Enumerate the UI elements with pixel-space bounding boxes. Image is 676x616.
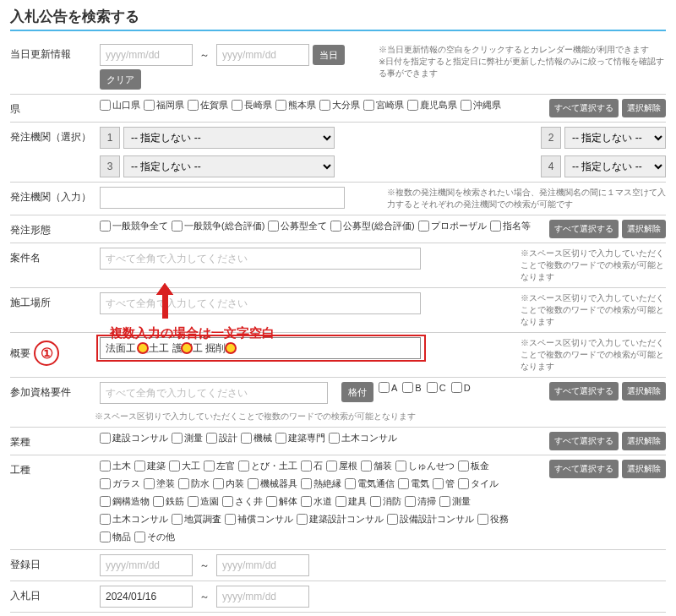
work-checkbox[interactable]: 清掃 — [405, 495, 436, 508]
form-checkbox[interactable]: 一般競争全て — [100, 220, 168, 232]
pref-checkbox-checkbox[interactable] — [100, 100, 111, 111]
grade-checkbox[interactable]: B — [402, 382, 421, 393]
work-checkbox-checkbox[interactable] — [178, 478, 189, 489]
work-checkbox[interactable]: 鉄筋 — [153, 495, 184, 508]
pref-checkbox[interactable]: 福岡県 — [144, 99, 184, 112]
work-checkbox[interactable]: 管 — [433, 477, 455, 490]
work-checkbox[interactable]: 防水 — [178, 477, 210, 490]
work-checkbox-checkbox[interactable] — [100, 514, 111, 525]
update-to-input[interactable] — [216, 44, 309, 66]
work-checkbox-checkbox[interactable] — [301, 478, 312, 489]
work-checkbox[interactable]: 機械器具 — [248, 477, 297, 490]
work-checkbox[interactable]: ガラス — [100, 477, 140, 490]
work-checkbox-checkbox[interactable] — [370, 496, 381, 507]
work-checkbox[interactable]: 地質調査 — [172, 513, 221, 526]
industry-checkbox[interactable]: 土木コンサル — [329, 432, 397, 444]
work-checkbox-checkbox[interactable] — [134, 532, 145, 542]
work-checkbox[interactable]: 電気 — [398, 477, 429, 490]
work-checkbox[interactable]: 屋根 — [326, 460, 357, 472]
grade-checkbox[interactable]: C — [427, 382, 446, 393]
form-deselect-button[interactable]: 選択解除 — [622, 220, 666, 238]
work-checkbox-checkbox[interactable] — [188, 496, 199, 507]
today-button[interactable]: 当日 — [313, 45, 345, 65]
name-input[interactable] — [100, 248, 421, 270]
work-checkbox-checkbox[interactable] — [477, 514, 488, 525]
clear-button[interactable]: クリア — [100, 69, 141, 90]
pref-checkbox-checkbox[interactable] — [407, 100, 418, 111]
work-checkbox-checkbox[interactable] — [100, 478, 111, 489]
work-checkbox[interactable]: 塗装 — [144, 477, 175, 490]
pref-checkbox-checkbox[interactable] — [363, 100, 374, 111]
work-checkbox[interactable]: 役務 — [477, 513, 509, 526]
industry-checkbox-checkbox[interactable] — [329, 433, 340, 444]
work-checkbox[interactable]: 造園 — [188, 495, 219, 508]
work-checkbox-checkbox[interactable] — [458, 478, 469, 489]
form-checkbox-checkbox[interactable] — [172, 221, 183, 232]
form-checkbox-checkbox[interactable] — [330, 221, 341, 232]
work-checkbox-checkbox[interactable] — [301, 496, 312, 507]
industry-checkbox-checkbox[interactable] — [241, 433, 252, 444]
pref-checkbox-checkbox[interactable] — [275, 100, 286, 111]
work-checkbox-checkbox[interactable] — [326, 461, 337, 472]
work-checkbox-checkbox[interactable] — [100, 496, 111, 507]
work-checkbox-checkbox[interactable] — [225, 514, 236, 525]
work-checkbox-checkbox[interactable] — [458, 461, 469, 472]
work-checkbox[interactable]: 左官 — [204, 460, 235, 472]
pref-checkbox-checkbox[interactable] — [188, 100, 199, 111]
work-checkbox[interactable]: 建具 — [335, 495, 367, 508]
form-checkbox-checkbox[interactable] — [418, 221, 429, 232]
orderer-select-3[interactable]: -- 指定しない -- — [123, 155, 335, 177]
industry-checkbox[interactable]: 建設コンサル — [100, 432, 168, 444]
orderer-select-4[interactable]: -- 指定しない -- — [564, 155, 666, 177]
work-checkbox-checkbox[interactable] — [433, 478, 444, 489]
work-checkbox[interactable]: 消防 — [370, 495, 401, 508]
work-checkbox-checkbox[interactable] — [172, 514, 183, 525]
industry-checkbox[interactable]: 測量 — [172, 432, 203, 444]
work-checkbox[interactable]: 物品 — [100, 531, 131, 543]
pref-checkbox-checkbox[interactable] — [461, 100, 472, 111]
industry-checkbox-checkbox[interactable] — [275, 433, 286, 444]
work-checkbox-checkbox[interactable] — [405, 496, 416, 507]
reg-to-input[interactable] — [216, 554, 309, 576]
work-checkbox-checkbox[interactable] — [213, 478, 224, 489]
overview-input[interactable] — [100, 337, 421, 359]
pref-checkbox-checkbox[interactable] — [232, 100, 243, 111]
industry-checkbox[interactable]: 設計 — [206, 432, 237, 444]
rating-button[interactable]: 格付 — [341, 382, 373, 402]
industry-checkbox[interactable]: 建築専門 — [275, 432, 325, 444]
work-checkbox-checkbox[interactable] — [222, 496, 233, 507]
work-checkbox[interactable]: その他 — [134, 531, 175, 543]
work-checkbox[interactable]: 内装 — [213, 477, 244, 490]
bid-from-input[interactable] — [100, 586, 193, 608]
work-checkbox[interactable]: 大工 — [169, 460, 200, 472]
industry-deselect-button[interactable]: 選択解除 — [622, 432, 666, 450]
qual-deselect-button[interactable]: 選択解除 — [622, 382, 666, 401]
pref-checkbox-checkbox[interactable] — [319, 100, 330, 111]
work-checkbox-checkbox[interactable] — [100, 532, 111, 542]
industry-checkbox-checkbox[interactable] — [206, 433, 217, 444]
pref-checkbox[interactable]: 宮崎県 — [363, 99, 404, 112]
work-checkbox-checkbox[interactable] — [134, 461, 145, 472]
pref-checkbox[interactable]: 熊本県 — [275, 99, 316, 112]
pref-checkbox[interactable]: 大分県 — [319, 99, 360, 112]
work-checkbox-checkbox[interactable] — [361, 461, 372, 472]
work-checkbox-checkbox[interactable] — [238, 461, 249, 472]
work-checkbox-checkbox[interactable] — [169, 461, 180, 472]
work-checkbox-checkbox[interactable] — [297, 514, 308, 525]
work-checkbox[interactable]: 石 — [301, 460, 323, 472]
form-checkbox[interactable]: 公募型(総合評価) — [330, 220, 414, 232]
work-checkbox[interactable]: 板金 — [458, 460, 489, 472]
qual-select-all-button[interactable]: すべて選択する — [549, 382, 619, 401]
form-checkbox[interactable]: 指名等 — [490, 220, 531, 232]
work-checkbox[interactable]: さく井 — [222, 495, 263, 508]
grade-checkbox[interactable]: D — [451, 382, 471, 393]
work-checkbox-checkbox[interactable] — [153, 496, 164, 507]
bid-to-input[interactable] — [216, 586, 309, 608]
pref-checkbox[interactable]: 山口県 — [100, 99, 140, 112]
work-checkbox-checkbox[interactable] — [345, 478, 356, 489]
work-checkbox[interactable]: 建築 — [134, 460, 166, 472]
work-checkbox[interactable]: 鋼構造物 — [100, 495, 150, 508]
pref-checkbox-checkbox[interactable] — [144, 100, 155, 111]
orderer-select-1[interactable]: -- 指定しない -- — [123, 127, 335, 149]
work-checkbox[interactable]: 補償コンサル — [225, 513, 293, 526]
